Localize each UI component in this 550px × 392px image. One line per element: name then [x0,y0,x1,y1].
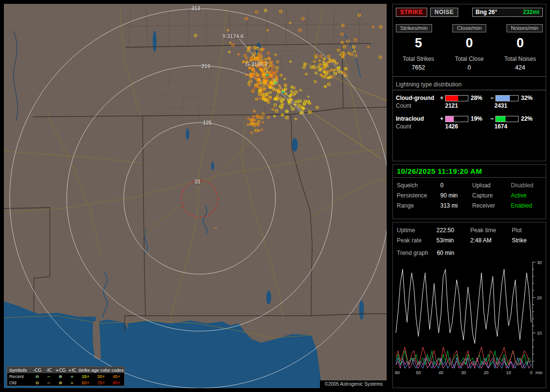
rate-labels: Strikes/min Close/min Noises/min [393,24,546,32]
bearing-value: Bng 26° [476,9,497,15]
ring-label-219: 219 [202,63,210,69]
total-values: 7652 0 424 [393,64,546,71]
cloud-ground-row: Cloud-ground + 28% − 32% [393,95,546,101]
svg-text:⊖: ⊖ [257,114,261,120]
statistics-section: STRIKE NOISE Bng 26° 232mi Strikes/min C… [392,4,546,161]
svg-text:⊖: ⊖ [266,115,270,120]
svg-text:⊖: ⊖ [285,114,289,120]
svg-text:⊖: ⊖ [263,8,267,13]
pos-ic-symbol: + [66,379,78,386]
peak-rate-value: 53/min [436,237,470,244]
persistence-value: 90 min [440,192,472,199]
svg-text:⊖: ⊖ [275,59,279,64]
noises-per-min-value: 0 [495,36,546,51]
svg-text:⊖: ⊖ [302,65,305,70]
svg-text:⊖: ⊖ [300,110,304,115]
svg-text:⊖: ⊖ [314,70,318,75]
svg-text:min: min [536,370,543,375]
legend-agecodes-header: Strike age color codes [78,367,124,373]
svg-text:+: + [259,81,262,86]
bearing-readout: Bng 26° 232mi [472,8,543,17]
svg-text:⊖: ⊖ [341,50,345,56]
svg-text:⊖: ⊖ [281,97,285,102]
svg-text:⊖: ⊖ [274,52,277,57]
strikes-per-min-value: 5 [393,36,444,51]
receiver-status: Enabled [511,202,542,209]
svg-text:⊖: ⊖ [266,50,270,56]
distribution-title: Lightning type distribution [393,77,546,90]
total-close-value: 0 [444,64,494,71]
rate-values: 5 0 0 [393,36,546,51]
capture-status: Active [511,192,542,199]
svg-text:⊖: ⊖ [340,40,344,45]
svg-text:⊖: ⊖ [193,33,197,38]
svg-text:⊖: ⊖ [243,53,247,58]
close-per-min-label: Close/min [452,24,486,32]
close-per-min-value: 0 [444,36,494,51]
upload-status: Disabled [511,182,542,189]
svg-text:⊖: ⊖ [263,85,267,90]
svg-text:⊖: ⊖ [273,97,276,101]
svg-text:⊖: ⊖ [275,108,279,113]
trend-section: Uptime 222:50 Peak time Plot Peak rate 5… [392,222,546,388]
strike-symbols: ⊖⊕+⊖⊖⊕⊖+⊖⊖⊖⊕⊕⊖⊕⊖⊖⊖⊖⊕⊖⊖⊖⊖⊖⊖⊖⊖⊕+⊖⊖⊖⊖⊖⊕++⊖⊖… [193,8,382,231]
svg-text:⊖: ⊖ [351,44,356,50]
range-value: 313 mi [440,202,472,209]
plot-mode-value: Strike [512,237,542,244]
svg-text:⊖: ⊖ [231,42,235,48]
svg-text:⊖: ⊖ [317,64,320,69]
svg-text:⊕: ⊕ [285,108,289,114]
trend-window-value: 60 min [437,250,454,256]
svg-text:⊖: ⊖ [273,102,277,108]
svg-text:+: + [227,49,231,55]
mode-toolbar: STRIKE NOISE Bng 26° 232mi [393,4,546,17]
svg-text:⊖: ⊖ [245,72,248,77]
bearing-distance: 232mi [523,9,539,15]
svg-text:⊖: ⊖ [254,9,258,14]
noise-mode-button[interactable]: NOISE [430,8,458,17]
svg-text:⊖: ⊖ [264,56,267,61]
svg-text:⊖: ⊖ [306,98,310,105]
pos-cg-symbol: ⊕ [55,379,66,386]
receiver-status-section: 10/26/2025 11:19:20 AM Squelch 0 Upload … [392,164,546,219]
pos-cg-symbol: ⊕ [55,373,66,379]
svg-text:⊖: ⊖ [287,98,290,103]
strikes-per-min-label: Strikes/min [396,24,432,32]
svg-text:+: + [265,72,269,78]
svg-text:⊖: ⊖ [340,31,344,37]
strike-mode-button[interactable]: STRIKE [396,8,427,17]
svg-text:⊖: ⊖ [301,16,304,21]
legend-row-old: Old ⊖ − ⊕ + 60+ 75+ 90+ [7,379,124,386]
svg-text:⊖: ⊖ [268,94,272,99]
svg-text:20: 20 [537,295,542,300]
pos-ic-symbol: + [66,373,78,379]
svg-text:⊖: ⊖ [346,39,350,44]
svg-text:⊖: ⊖ [256,123,260,127]
storm-cell-label[interactable]: Y-3174-6 [222,33,244,39]
svg-text:+: + [226,28,230,33]
svg-text:+: + [289,88,293,93]
intracloud-row: Intracloud + 19% − 22% [393,115,546,122]
status-panel: STRIKE NOISE Bng 26° 232mi Strikes/min C… [392,4,546,388]
svg-text:⊖: ⊖ [256,54,260,59]
svg-text:⊖: ⊖ [329,58,333,63]
total-strikes-value: 7652 [393,64,444,71]
svg-text:⊖: ⊖ [269,90,272,95]
lightning-map[interactable]: ⊖⊕+⊖⊖⊕⊖+⊖⊖⊖⊕⊕⊖⊕⊖⊖⊖⊖⊕⊖⊖⊖⊖⊖⊖⊖⊖⊕+⊖⊖⊖⊖⊖⊕++⊖⊖… [4,4,387,388]
copyright-text: ©2005 Astrogenic Systems [320,380,387,388]
svg-text:⊖: ⊖ [342,70,346,76]
storm-cell-label[interactable]: G-3160-2 [246,61,268,67]
neg-ic-symbol: − [43,379,55,386]
svg-text:⊖: ⊖ [249,120,254,126]
svg-text:⊖: ⊖ [264,77,269,83]
svg-text:+: + [247,82,252,88]
svg-text:⊖: ⊖ [299,87,302,92]
svg-text:⊖: ⊖ [321,73,325,80]
svg-text:⊕: ⊕ [280,112,284,117]
svg-text:⊖: ⊖ [313,79,317,84]
ic-plus-count: 1426 [445,123,488,130]
svg-text:⊖: ⊖ [378,24,382,29]
svg-text:⊖: ⊖ [250,130,253,135]
svg-text:10: 10 [506,370,511,375]
svg-text:⊖: ⊖ [325,64,329,69]
